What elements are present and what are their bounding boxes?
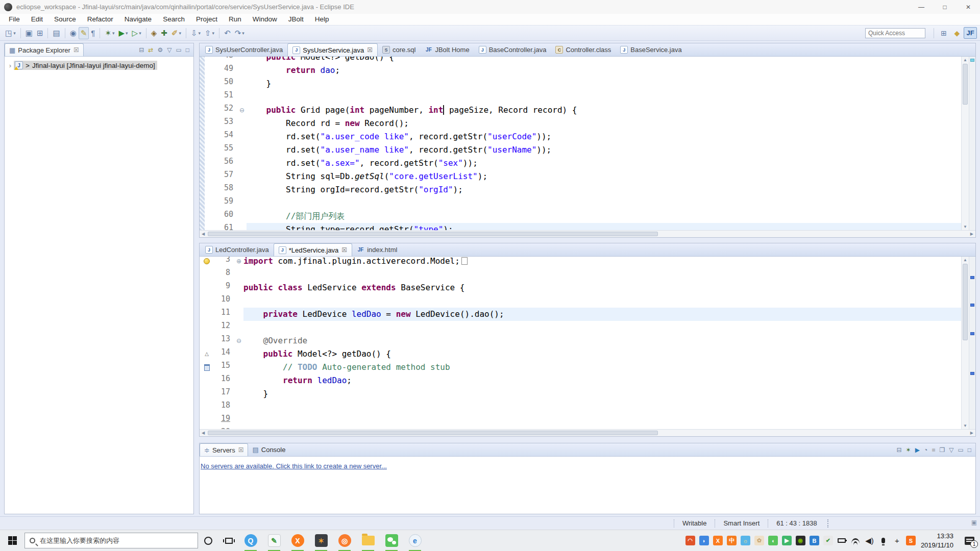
start-server-button[interactable]: ▶: [913, 445, 922, 455]
qq-taskbar-button[interactable]: Q: [239, 530, 262, 551]
menu-source[interactable]: Source: [48, 14, 82, 25]
code-line-13[interactable]: 13⊖ @Override: [202, 334, 961, 347]
task-view-button[interactable]: [218, 538, 239, 544]
line-number[interactable]: 11: [212, 308, 234, 321]
dropdown-arrow-icon[interactable]: ▾: [179, 31, 181, 36]
screen-snip-tray-icon[interactable]: +: [890, 530, 904, 551]
dropdown-arrow-icon[interactable]: ▾: [212, 31, 215, 36]
close-tab-icon[interactable]: ☒: [367, 46, 373, 54]
debug-button[interactable]: ✶▾: [103, 27, 116, 39]
line-number[interactable]: 55: [215, 143, 237, 157]
editor-tab-sysuserservice-java[interactable]: JSysUserService.java☒: [287, 43, 378, 56]
publish-button[interactable]: ❐: [937, 445, 947, 455]
export-button[interactable]: ⇧▾: [203, 27, 216, 39]
menu-jbolt[interactable]: JBolt: [283, 14, 309, 25]
scroll-down-icon[interactable]: ▼: [962, 224, 969, 229]
fold-toggle-icon[interactable]: ⊖: [237, 104, 247, 117]
dropdown-arrow-icon[interactable]: ▾: [242, 31, 244, 36]
open-console-button[interactable]: ▤: [51, 27, 62, 39]
cortana-button[interactable]: [198, 537, 218, 545]
editor2-horizontal-scrollbar[interactable]: ◀ ▶: [200, 429, 975, 436]
line-number[interactable]: 13: [212, 334, 234, 347]
line-number[interactable]: 17: [212, 387, 234, 400]
weather-tray-icon[interactable]: ☼: [739, 530, 752, 551]
code-line-16[interactable]: 16 return ledDao;: [202, 374, 961, 387]
scroll-right-icon[interactable]: ▶: [968, 430, 975, 436]
overview-marker[interactable]: [970, 332, 974, 335]
menu-window[interactable]: Window: [247, 14, 283, 25]
code-line-54[interactable]: 54 rd.set("a.user_code like", record.get…: [205, 130, 961, 143]
new-wizard-button[interactable]: ◳▾: [3, 27, 18, 39]
quick-access-input[interactable]: [865, 28, 925, 38]
menu-help[interactable]: Help: [309, 14, 335, 25]
tab-servers[interactable]: ≑ Servers ☒: [200, 443, 248, 456]
code-line-50[interactable]: 50 }: [205, 77, 961, 90]
code-line-51[interactable]: 51: [205, 90, 961, 104]
code-line-52[interactable]: 52⊖ public Grid page(int pageNumber, int…: [205, 104, 961, 117]
editor-tab--ledservice-java[interactable]: J*LedService.java☒: [274, 243, 352, 256]
statusbar-corner-icon[interactable]: ▣: [971, 519, 977, 526]
open-perspective-button[interactable]: ⊞: [937, 27, 950, 39]
overview-marker[interactable]: [970, 276, 974, 279]
editor-tab-core-sql[interactable]: Score.sql: [378, 43, 421, 56]
maximize-button[interactable]: □: [184, 45, 191, 55]
wechat-taskbar-button[interactable]: [380, 530, 403, 551]
menu-edit[interactable]: Edit: [26, 14, 48, 25]
menu-navigate[interactable]: Navigate: [119, 14, 157, 25]
line-number[interactable]: 14: [212, 347, 234, 361]
dropdown-arrow-icon[interactable]: ▾: [198, 31, 201, 36]
maximize-button[interactable]: □: [933, 0, 957, 14]
save-button[interactable]: ▣: [23, 27, 35, 39]
code-line-49[interactable]: 49 return dao;: [205, 64, 961, 77]
run-external-button[interactable]: ▷▾: [130, 27, 143, 39]
line-number[interactable]: 8: [212, 268, 234, 281]
code-line-57[interactable]: 57 String sql=Db.getSql("core.getUserLis…: [205, 170, 961, 183]
cloud-drive-tray-icon[interactable]: ◗: [697, 530, 711, 551]
sogou-tray-icon[interactable]: S: [904, 530, 918, 551]
scroll-up-icon[interactable]: ▲: [962, 258, 969, 262]
editor-tab-sysusercontroller-java[interactable]: JSysUserController.java: [201, 43, 287, 56]
editor-tab-jbolt-home[interactable]: JFJBolt Home: [420, 43, 474, 56]
ev-capture-taskbar-button[interactable]: e: [403, 530, 427, 551]
line-number[interactable]: 61: [215, 223, 237, 230]
view-menu-button[interactable]: ▽: [165, 45, 174, 55]
save-all-button[interactable]: ⊞: [35, 27, 45, 39]
minimize-button[interactable]: ▭: [955, 445, 965, 455]
code-line-11[interactable]: 11 private LedDevice ledDao = new LedDev…: [202, 308, 961, 321]
line-number[interactable]: 54: [215, 130, 237, 143]
collapse-all-button[interactable]: ⊟: [137, 45, 146, 55]
run-button[interactable]: ▶▾: [117, 27, 130, 39]
text-editor-taskbar-button[interactable]: ✎: [262, 530, 286, 551]
code-line-17[interactable]: 17 }: [202, 387, 961, 400]
maximize-button[interactable]: □: [966, 445, 973, 455]
minimize-button[interactable]: ▭: [174, 45, 183, 55]
code-line-53[interactable]: 53 Record rd = new Record();: [205, 117, 961, 130]
scroll-down-icon[interactable]: ▼: [962, 423, 969, 428]
scrollbar-thumb[interactable]: [208, 232, 658, 236]
scroll-up-icon[interactable]: ▲: [962, 58, 969, 62]
code-line-18[interactable]: 18: [202, 400, 961, 414]
jbolt-perspective-button[interactable]: ◆: [950, 27, 964, 39]
dropdown-arrow-icon[interactable]: ▾: [139, 31, 141, 36]
code-line-56[interactable]: 56 rd.set("a.sex=", record.getStr("sex")…: [205, 157, 961, 170]
line-number[interactable]: 12: [212, 321, 234, 334]
filters-button[interactable]: ⚙: [155, 45, 165, 55]
code-line-58[interactable]: 58 String orgId=record.getStr("orgId");: [205, 183, 961, 196]
scrollbar-thumb[interactable]: [208, 431, 658, 435]
editor-tab-controller-class[interactable]: CController.class: [551, 43, 616, 56]
line-number[interactable]: 3: [212, 257, 234, 268]
tab-console[interactable]: ▤ Console: [248, 443, 289, 456]
minimize-button[interactable]: —: [910, 0, 933, 14]
selected-project[interactable]: J > Jfinal-layui [Jfinal-layui jfinal-la…: [14, 61, 157, 70]
close-view-icon[interactable]: ☒: [74, 46, 79, 54]
editor-tab-basecontroller-java[interactable]: JBaseController.java: [474, 43, 551, 56]
editor1-vertical-scrollbar[interactable]: ▲ ▼: [961, 57, 969, 230]
code-line-19[interactable]: 19: [202, 414, 961, 427]
editor-tab-ledcontroller-java[interactable]: JLedController.java: [201, 243, 274, 256]
code-line-9[interactable]: 9public class LedService extends BaseSer…: [202, 281, 961, 294]
power-tray-icon[interactable]: [835, 530, 849, 551]
update-tray-tray-icon[interactable]: ◠: [683, 530, 697, 551]
menu-project[interactable]: Project: [190, 14, 223, 25]
xampp-taskbar-button[interactable]: X: [286, 530, 309, 551]
line-number[interactable]: 9: [212, 281, 234, 294]
